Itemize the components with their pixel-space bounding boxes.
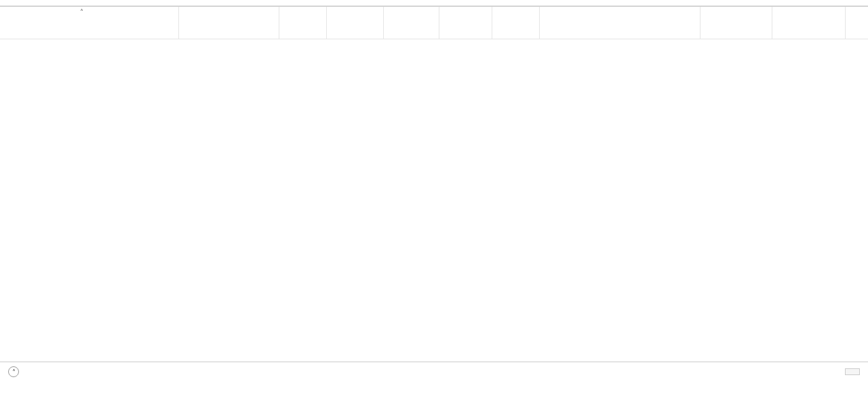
- end-task-button[interactable]: [845, 368, 860, 375]
- table-body[interactable]: [0, 39, 868, 362]
- col-power[interactable]: [701, 7, 772, 39]
- col-memory[interactable]: [327, 7, 384, 39]
- fewer-details-button[interactable]: ˄: [8, 366, 23, 377]
- col-gpu-module[interactable]: [540, 7, 701, 39]
- footer-bar: ˄: [0, 362, 868, 381]
- menu-bar: [0, 0, 868, 6]
- chevron-up-icon: ˄: [8, 366, 19, 377]
- col-gpu[interactable]: [492, 7, 540, 39]
- process-table: ˄: [0, 7, 868, 362]
- col-name[interactable]: [0, 7, 179, 39]
- col-network[interactable]: [439, 7, 492, 39]
- sort-indicator-icon: ˄: [80, 8, 83, 16]
- col-status[interactable]: [179, 7, 279, 39]
- col-power-trend[interactable]: [772, 7, 846, 39]
- col-cpu[interactable]: [279, 7, 327, 39]
- col-disk[interactable]: [384, 7, 439, 39]
- table-header: ˄: [0, 7, 868, 39]
